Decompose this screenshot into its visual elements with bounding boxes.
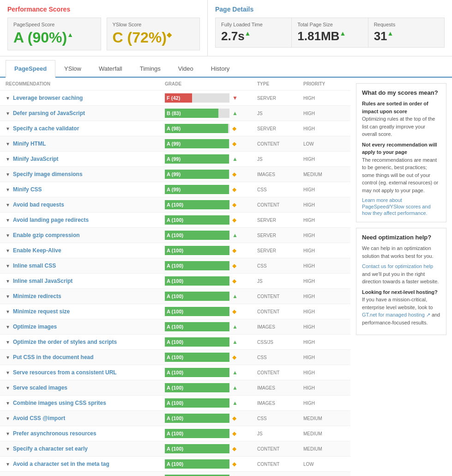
tab-history[interactable]: History xyxy=(202,60,238,78)
table-section: Recommendation Grade Type Priority ▼ Lev… xyxy=(0,78,350,476)
grade-bar-container: A (99) xyxy=(165,185,229,194)
tab-waterfall[interactable]: Waterfall xyxy=(90,60,131,78)
grade-bar-fill: A (100) xyxy=(165,383,229,392)
row-expand-arrow[interactable]: ▼ xyxy=(6,218,10,223)
table-row: ▼ Remove query strings from static resou… xyxy=(0,472,350,476)
tab-video[interactable]: Video xyxy=(169,60,202,78)
rec-link[interactable]: Avoid landing page redirects xyxy=(13,217,89,223)
row-expand-arrow[interactable]: ▼ xyxy=(6,263,10,269)
rec-link[interactable]: Minify CSS xyxy=(13,186,42,193)
scores-meaning-box: What do my scores mean? Rules are sorted… xyxy=(356,83,446,222)
optimization-help-link1[interactable]: Contact us for optimization help xyxy=(362,263,433,269)
row-expand-arrow[interactable]: ▼ xyxy=(6,355,10,360)
grade-bar-fill: A (100) xyxy=(165,261,229,270)
header-grade: Grade xyxy=(165,81,257,86)
row-expand-arrow[interactable]: ▼ xyxy=(6,248,10,253)
row-expand-arrow[interactable]: ▼ xyxy=(6,111,10,116)
row-expand-arrow[interactable]: ▼ xyxy=(6,462,10,467)
row-expand-arrow[interactable]: ▼ xyxy=(6,294,10,299)
loaded-time-card: Fully Loaded Time 2.7s▲ xyxy=(215,18,291,48)
grade-icon: ◆ xyxy=(232,430,236,437)
tab-pagespeed[interactable]: PageSpeed xyxy=(6,60,55,78)
row-expand-arrow[interactable]: ▼ xyxy=(6,141,10,146)
grade-icon: ◆ xyxy=(232,201,236,208)
row-expand-arrow[interactable]: ▼ xyxy=(6,324,10,330)
optimization-help-p2: Contact us for optimization help and we'… xyxy=(362,262,440,286)
grade-icon: ▲ xyxy=(232,293,238,299)
row-expand-arrow[interactable]: ▼ xyxy=(6,202,10,207)
rec-link[interactable]: Minimize redirects xyxy=(13,293,61,299)
grade-bar-text: A (100) xyxy=(167,339,183,345)
rec-cell: ▼ Inline small CSS xyxy=(6,262,165,269)
type-cell: JS xyxy=(257,111,303,116)
rec-link[interactable]: Inline small CSS xyxy=(13,262,56,269)
grade-bar-wrapper: A (100) ▲ xyxy=(165,231,257,240)
rec-link[interactable]: Optimize the order of styles and scripts xyxy=(13,339,117,345)
rec-link[interactable]: Enable gzip compression xyxy=(13,232,80,238)
grade-bar-text: A (100) xyxy=(167,431,183,436)
table-row: ▼ Avoid a character set in the meta tag … xyxy=(0,457,350,472)
rec-cell: ▼ Minimize redirects xyxy=(6,293,165,299)
grade-icon: ◆ xyxy=(232,354,236,360)
tab-yslow[interactable]: YSlow xyxy=(55,60,90,78)
rec-link[interactable]: Avoid bad requests xyxy=(13,201,64,208)
row-expand-arrow[interactable]: ▼ xyxy=(6,401,10,406)
rec-link[interactable]: Avoid CSS @import xyxy=(13,415,65,421)
rec-link[interactable]: Specify a character set early xyxy=(13,445,88,452)
grade-icon: ◆ xyxy=(232,445,236,452)
rec-link[interactable]: Minimize request size xyxy=(13,308,70,315)
grade-bar-fill: A (100) xyxy=(165,276,229,286)
rec-link[interactable]: Serve scaled images xyxy=(13,384,67,391)
grade-bar-wrapper: A (99) ◆ xyxy=(165,170,257,179)
rec-link[interactable]: Prefer asynchronous resources xyxy=(13,430,96,437)
grade-bar-text: A (100) xyxy=(167,232,183,238)
scores-meaning-link[interactable]: Learn more about PageSpeed/YSlow scores … xyxy=(362,197,431,216)
row-expand-arrow[interactable]: ▼ xyxy=(6,279,10,284)
grade-bar-container: A (100) xyxy=(165,444,229,453)
row-expand-arrow[interactable]: ▼ xyxy=(6,416,10,421)
rec-link[interactable]: Optimize images xyxy=(13,323,57,330)
grade-bar-fill: F (42) xyxy=(165,93,192,103)
rec-link[interactable]: Serve resources from a consistent URL xyxy=(13,369,117,376)
row-expand-arrow[interactable]: ▼ xyxy=(6,172,10,177)
rec-link[interactable]: Specify image dimensions xyxy=(13,171,83,177)
rec-link[interactable]: Avoid a character set in the meta tag xyxy=(13,461,109,467)
rec-link[interactable]: Enable Keep-Alive xyxy=(13,247,61,254)
row-expand-arrow[interactable]: ▼ xyxy=(6,431,10,436)
grade-bar-wrapper: A (100) ◆ xyxy=(165,353,257,362)
grade-bar-text: A (100) xyxy=(167,248,183,253)
rec-link[interactable]: Specify a cache validator xyxy=(13,125,79,132)
grade-bar-text: A (100) xyxy=(167,446,183,452)
grade-bar-fill: A (99) xyxy=(165,154,229,164)
row-expand-arrow[interactable]: ▼ xyxy=(6,385,10,391)
rec-link[interactable]: Leverage browser caching xyxy=(13,95,83,101)
grade-bar-text: A (100) xyxy=(167,385,183,391)
grade-icon: ◆ xyxy=(232,186,236,193)
row-expand-arrow[interactable]: ▼ xyxy=(6,157,10,162)
rec-link[interactable]: Put CSS in the document head xyxy=(13,354,94,360)
grade-bar-fill: A (99) xyxy=(165,170,229,179)
tab-timings[interactable]: Timings xyxy=(131,60,169,78)
row-expand-arrow[interactable]: ▼ xyxy=(6,446,10,452)
optimization-help-link2[interactable]: GT.net for managed hosting ↗ xyxy=(362,312,430,317)
row-expand-arrow[interactable]: ▼ xyxy=(6,233,10,238)
priority-cell: HIGH xyxy=(303,401,345,406)
requests-arrow: ▲ xyxy=(387,30,394,37)
rec-link[interactable]: Minify JavaScript xyxy=(13,156,59,162)
row-expand-arrow[interactable]: ▼ xyxy=(6,96,10,101)
row-expand-arrow[interactable]: ▼ xyxy=(6,340,10,345)
priority-cell: HIGH xyxy=(303,218,345,223)
rec-cell: ▼ Put CSS in the document head xyxy=(6,354,165,360)
rec-link[interactable]: Combine images using CSS sprites xyxy=(13,400,106,406)
row-expand-arrow[interactable]: ▼ xyxy=(6,126,10,131)
grade-bar-container: A (100) xyxy=(165,459,229,469)
rec-link[interactable]: Inline small JavaScript xyxy=(13,278,72,284)
row-expand-arrow[interactable]: ▼ xyxy=(6,370,10,375)
rec-link[interactable]: Defer parsing of JavaScript xyxy=(13,110,85,116)
pagespeed-value: A (90%)▲ xyxy=(13,29,95,46)
row-expand-arrow[interactable]: ▼ xyxy=(6,187,10,192)
optimization-help-box: Need optimization help? We can help in a… xyxy=(356,228,446,335)
row-expand-arrow[interactable]: ▼ xyxy=(6,309,10,314)
rec-link[interactable]: Minify HTML xyxy=(13,140,46,147)
perf-scores-title: Performance Scores xyxy=(7,6,200,13)
